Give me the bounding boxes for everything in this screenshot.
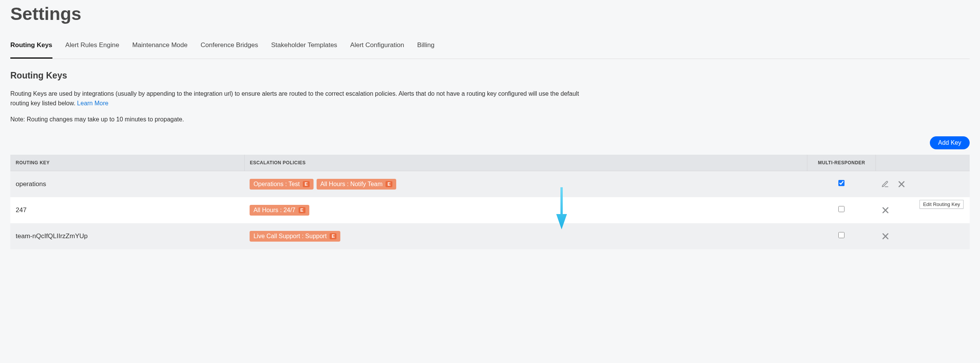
learn-more-link[interactable]: Learn More	[77, 100, 108, 106]
section-description: Routing Keys are used by integrations (u…	[10, 89, 592, 108]
table-row: operationsOperations : TestEAll Hours : …	[10, 171, 970, 197]
tab-alert-configuration[interactable]: Alert Configuration	[350, 41, 404, 59]
table-row: team-nQcIfQLIIrzZmYUpLive Call Support :…	[10, 223, 970, 249]
policy-label: Live Call Support : Support	[253, 233, 327, 240]
cell-multi-responder	[807, 171, 876, 197]
table-row: 247All Hours : 24/7E	[10, 197, 970, 223]
policy-chip: E	[303, 181, 310, 187]
policy-label: All Hours : Notify Team	[320, 181, 382, 188]
delete-icon[interactable]	[881, 206, 890, 214]
cell-escalation-policies: All Hours : 24/7E	[244, 197, 807, 223]
th-multi-responder: MULTI-RESPONDER	[807, 155, 876, 171]
cell-multi-responder	[807, 197, 876, 223]
cell-routing-key: team-nQcIfQLIIrzZmYUp	[10, 223, 244, 249]
tabs-bar: Routing KeysAlert Rules EngineMaintenanc…	[10, 41, 970, 59]
tab-conference-bridges[interactable]: Conference Bridges	[201, 41, 258, 59]
cell-routing-key: operations	[10, 171, 244, 197]
tab-billing[interactable]: Billing	[417, 41, 434, 59]
cell-actions	[876, 197, 970, 223]
propagation-note: Note: Routing changes may take up to 10 …	[10, 116, 970, 123]
toolbar: Add Key	[10, 136, 970, 149]
delete-icon[interactable]	[897, 180, 906, 188]
th-escalation-policies: ESCALATION POLICIES	[244, 155, 807, 171]
policy-label: All Hours : 24/7	[253, 207, 295, 214]
delete-icon[interactable]	[881, 232, 890, 240]
th-actions	[876, 155, 970, 171]
cell-actions	[876, 223, 970, 249]
cell-multi-responder	[807, 223, 876, 249]
edit-icon[interactable]	[881, 180, 889, 188]
multi-responder-checkbox[interactable]	[838, 232, 844, 238]
multi-responder-checkbox[interactable]	[838, 180, 844, 186]
add-key-button[interactable]: Add Key	[930, 136, 970, 149]
section-title: Routing Keys	[10, 70, 970, 81]
policy-badge[interactable]: Operations : TestE	[250, 179, 314, 190]
cell-actions: Edit Routing Key	[876, 171, 970, 197]
action-icons	[881, 206, 964, 214]
policy-chip: E	[299, 207, 305, 213]
action-icons	[881, 232, 964, 240]
cell-escalation-policies: Operations : TestEAll Hours : Notify Tea…	[244, 171, 807, 197]
th-routing-key: ROUTING KEY	[10, 155, 244, 171]
tab-stakeholder-templates[interactable]: Stakeholder Templates	[271, 41, 337, 59]
page-title: Settings	[10, 3, 970, 24]
tab-alert-rules-engine[interactable]: Alert Rules Engine	[65, 41, 119, 59]
policy-badge[interactable]: All Hours : Notify TeamE	[317, 179, 396, 190]
policy-label: Operations : Test	[253, 181, 300, 188]
policy-chip: E	[330, 233, 336, 239]
routing-keys-table: ROUTING KEY ESCALATION POLICIES MULTI-RE…	[10, 155, 970, 249]
policy-chip: E	[385, 181, 392, 187]
multi-responder-checkbox[interactable]	[838, 206, 844, 212]
action-icons	[881, 180, 964, 188]
cell-routing-key: 247	[10, 197, 244, 223]
tab-routing-keys[interactable]: Routing Keys	[10, 41, 52, 59]
tab-maintenance-mode[interactable]: Maintenance Mode	[132, 41, 188, 59]
cell-escalation-policies: Live Call Support : SupportE	[244, 223, 807, 249]
policy-badge[interactable]: Live Call Support : SupportE	[250, 231, 340, 242]
policy-badge[interactable]: All Hours : 24/7E	[250, 205, 309, 216]
